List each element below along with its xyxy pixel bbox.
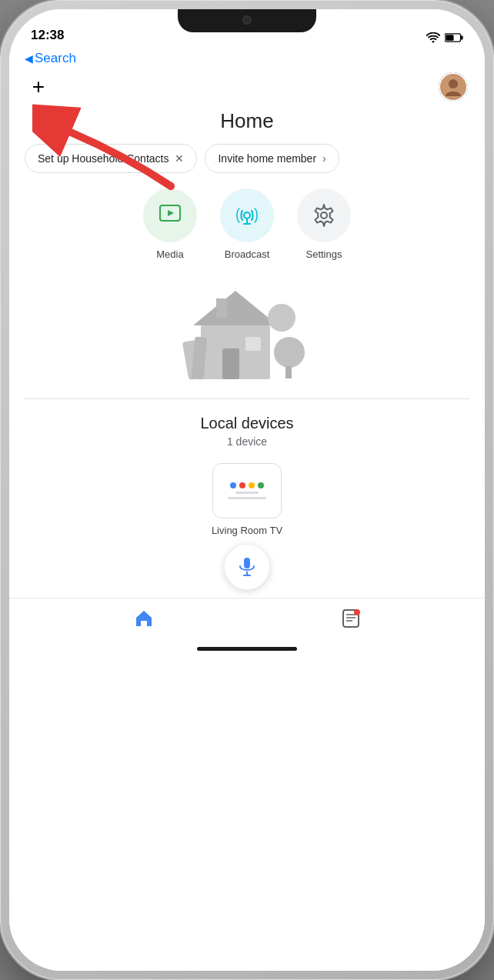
home-nav-icon <box>133 608 155 629</box>
settings-action[interactable]: Settings <box>297 188 351 260</box>
broadcast-icon <box>235 203 259 228</box>
activity-nav-icon <box>340 608 362 629</box>
avatar-image <box>439 72 468 102</box>
house-illustration <box>9 275 485 398</box>
media-label: Media <box>156 248 183 260</box>
svg-point-0 <box>432 41 435 43</box>
svg-rect-16 <box>216 298 227 318</box>
device-name: Living Room TV <box>212 525 282 536</box>
settings-icon <box>312 203 336 228</box>
invite-member-label: Invite home member <box>218 152 316 165</box>
dot-blue <box>230 482 236 488</box>
svg-rect-15 <box>245 337 261 351</box>
svg-rect-3 <box>446 35 453 41</box>
phone-screen: 12:38 <box>9 9 485 971</box>
broadcast-action[interactable]: Broadcast <box>220 188 274 260</box>
svg-point-29 <box>354 609 360 615</box>
local-devices-count: 1 device <box>25 435 469 448</box>
add-button[interactable]: + <box>25 73 52 101</box>
home-indicator <box>9 635 485 662</box>
device-tv-stand <box>235 492 259 494</box>
wifi-icon <box>426 32 440 43</box>
home-nav-button[interactable] <box>133 608 155 629</box>
living-room-tv-card[interactable]: Living Room TV <box>212 463 282 536</box>
svg-marker-7 <box>168 210 174 216</box>
svg-marker-13 <box>193 291 278 325</box>
dot-green <box>258 482 264 488</box>
status-icons <box>426 32 463 43</box>
invite-member-pill[interactable]: Invite home member › <box>205 144 339 173</box>
phone-frame: 12:38 <box>0 0 494 980</box>
media-icon-circle <box>143 188 197 242</box>
local-devices-section: Local devices 1 device Living <box>9 415 485 536</box>
svg-point-17 <box>274 337 305 368</box>
household-contacts-label: Set up Household Contacts <box>38 152 169 165</box>
back-chevron-icon: ◀ <box>25 52 33 65</box>
quick-actions: Media Bro <box>9 188 485 260</box>
activity-nav-button[interactable] <box>340 608 362 629</box>
svg-point-11 <box>321 212 327 218</box>
device-icon <box>212 463 282 518</box>
back-nav[interactable]: ◀ Search <box>9 48 485 66</box>
svg-rect-2 <box>461 35 463 39</box>
settings-icon-circle <box>297 188 351 242</box>
device-dots <box>230 482 264 488</box>
device-tv-base <box>228 497 266 499</box>
home-bar <box>197 647 297 651</box>
household-contacts-pill[interactable]: Set up Household Contacts ✕ <box>25 144 197 173</box>
page-title: Home <box>9 109 485 133</box>
notch <box>178 9 316 32</box>
top-bar: + <box>9 66 485 103</box>
app-content: ◀ Search + <box>9 48 485 971</box>
svg-rect-18 <box>285 366 292 378</box>
broadcast-label: Broadcast <box>225 248 270 260</box>
svg-point-21 <box>268 304 295 332</box>
local-devices-title: Local devices <box>25 415 469 432</box>
battery-icon <box>445 32 463 43</box>
back-label: Search <box>35 51 76 66</box>
house-svg <box>170 275 324 391</box>
dot-yellow <box>249 482 255 488</box>
status-time: 12:38 <box>31 28 64 43</box>
camera <box>242 15 252 25</box>
broadcast-icon-circle <box>220 188 274 242</box>
back-button[interactable]: ◀ Search <box>25 51 76 66</box>
section-divider <box>25 398 469 399</box>
mic-area <box>9 536 485 598</box>
pill-arrow-icon: › <box>322 152 326 165</box>
mic-icon <box>236 556 258 578</box>
pill-close-icon[interactable]: ✕ <box>175 152 184 165</box>
pills-row: Set up Household Contacts ✕ Invite home … <box>9 144 485 173</box>
bottom-nav <box>9 598 485 635</box>
svg-rect-14 <box>222 348 239 379</box>
dot-red <box>239 482 245 488</box>
svg-point-8 <box>244 212 250 218</box>
settings-label: Settings <box>306 248 342 260</box>
avatar[interactable] <box>437 71 469 103</box>
media-icon <box>158 203 182 228</box>
svg-rect-22 <box>244 558 250 568</box>
media-action[interactable]: Media <box>143 188 197 260</box>
mic-button[interactable] <box>224 544 270 590</box>
svg-point-4 <box>449 79 458 88</box>
